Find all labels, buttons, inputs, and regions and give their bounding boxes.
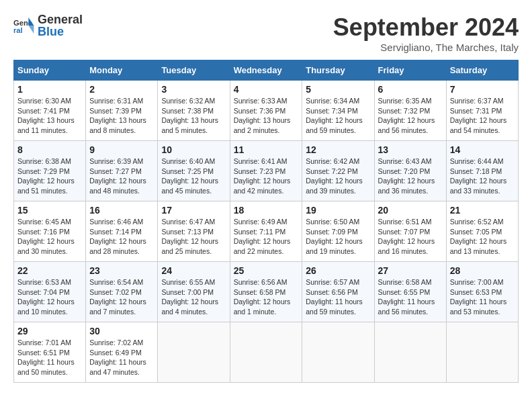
calendar-cell: 28Sunrise: 7:00 AMSunset: 6:53 PMDayligh… xyxy=(446,262,518,322)
calendar-cell xyxy=(158,322,230,383)
calendar-cell: 20Sunrise: 6:51 AMSunset: 7:07 PMDayligh… xyxy=(374,201,446,262)
day-info: Sunrise: 6:45 AMSunset: 7:16 PMDaylight:… xyxy=(17,217,82,257)
day-number: 30 xyxy=(89,326,154,336)
day-info: Sunrise: 6:49 AMSunset: 7:11 PMDaylight:… xyxy=(234,217,299,257)
calendar-cell: 21Sunrise: 6:52 AMSunset: 7:05 PMDayligh… xyxy=(446,201,518,262)
day-number: 17 xyxy=(161,205,226,216)
day-number: 12 xyxy=(306,144,370,155)
day-number: 27 xyxy=(378,265,443,276)
day-header-wednesday: Wednesday xyxy=(230,60,302,81)
day-number: 7 xyxy=(450,84,515,95)
day-info: Sunrise: 6:55 AMSunset: 7:00 PMDaylight:… xyxy=(161,277,226,317)
day-header-saturday: Saturday xyxy=(446,60,518,81)
day-number: 9 xyxy=(89,144,154,155)
day-info: Sunrise: 6:35 AMSunset: 7:32 PMDaylight:… xyxy=(378,96,443,136)
calendar-cell: 11Sunrise: 6:41 AMSunset: 7:23 PMDayligh… xyxy=(230,141,302,201)
day-number: 14 xyxy=(450,144,515,155)
calendar-cell: 6Sunrise: 6:35 AMSunset: 7:32 PMDaylight… xyxy=(374,81,446,141)
day-info: Sunrise: 6:41 AMSunset: 7:23 PMDaylight:… xyxy=(234,156,299,196)
day-number: 18 xyxy=(234,205,299,216)
calendar-cell: 16Sunrise: 6:46 AMSunset: 7:14 PMDayligh… xyxy=(86,201,158,262)
week-row-2: 8Sunrise: 6:38 AMSunset: 7:29 PMDaylight… xyxy=(14,141,519,201)
day-info: Sunrise: 6:57 AMSunset: 6:56 PMDaylight:… xyxy=(306,277,370,317)
day-number: 29 xyxy=(17,326,82,336)
calendar-cell: 15Sunrise: 6:45 AMSunset: 7:16 PMDayligh… xyxy=(14,201,86,262)
page-header: Gene ral General Blue September 2024 Ser… xyxy=(13,13,519,53)
title-block: September 2024 Servigliano, The Marches,… xyxy=(333,13,519,53)
calendar-cell: 12Sunrise: 6:42 AMSunset: 7:22 PMDayligh… xyxy=(302,141,374,201)
calendar-cell: 25Sunrise: 6:56 AMSunset: 6:58 PMDayligh… xyxy=(230,262,302,322)
day-info: Sunrise: 7:02 AMSunset: 6:49 PMDaylight:… xyxy=(89,338,154,377)
day-info: Sunrise: 6:46 AMSunset: 7:14 PMDaylight:… xyxy=(89,217,154,257)
day-number: 10 xyxy=(161,144,226,155)
week-row-1: 1Sunrise: 6:30 AMSunset: 7:41 PMDaylight… xyxy=(14,81,519,141)
calendar-cell: 24Sunrise: 6:55 AMSunset: 7:00 PMDayligh… xyxy=(158,262,230,322)
calendar-cell xyxy=(374,322,446,383)
day-number: 21 xyxy=(450,205,515,216)
calendar-cell xyxy=(230,322,302,383)
day-number: 5 xyxy=(306,84,370,95)
day-number: 23 xyxy=(89,265,154,276)
day-info: Sunrise: 6:47 AMSunset: 7:13 PMDaylight:… xyxy=(161,217,226,257)
day-number: 11 xyxy=(234,144,299,155)
day-number: 6 xyxy=(378,84,443,95)
day-header-friday: Friday xyxy=(374,60,446,81)
week-row-4: 22Sunrise: 6:53 AMSunset: 7:04 PMDayligh… xyxy=(14,262,519,322)
day-header-tuesday: Tuesday xyxy=(158,60,230,81)
day-header-thursday: Thursday xyxy=(302,60,374,81)
day-info: Sunrise: 6:40 AMSunset: 7:25 PMDaylight:… xyxy=(161,156,226,196)
day-info: Sunrise: 6:53 AMSunset: 7:04 PMDaylight:… xyxy=(17,277,82,317)
day-info: Sunrise: 6:37 AMSunset: 7:31 PMDaylight:… xyxy=(450,96,515,136)
subtitle: Servigliano, The Marches, Italy xyxy=(333,42,519,53)
day-info: Sunrise: 6:58 AMSunset: 6:55 PMDaylight:… xyxy=(378,277,443,317)
day-number: 1 xyxy=(17,84,82,95)
calendar-cell: 23Sunrise: 6:54 AMSunset: 7:02 PMDayligh… xyxy=(86,262,158,322)
day-number: 22 xyxy=(17,265,82,276)
day-number: 25 xyxy=(234,265,299,276)
day-number: 2 xyxy=(89,84,154,95)
day-number: 26 xyxy=(306,265,370,276)
calendar-cell: 5Sunrise: 6:34 AMSunset: 7:34 PMDaylight… xyxy=(302,81,374,141)
day-info: Sunrise: 6:52 AMSunset: 7:05 PMDaylight:… xyxy=(450,217,515,257)
day-info: Sunrise: 6:30 AMSunset: 7:41 PMDaylight:… xyxy=(17,96,82,136)
day-info: Sunrise: 6:31 AMSunset: 7:39 PMDaylight:… xyxy=(89,96,154,136)
calendar-cell xyxy=(446,322,518,383)
calendar-cell: 26Sunrise: 6:57 AMSunset: 6:56 PMDayligh… xyxy=(302,262,374,322)
calendar-cell: 4Sunrise: 6:33 AMSunset: 7:36 PMDaylight… xyxy=(230,81,302,141)
svg-text:ral: ral xyxy=(13,26,23,34)
day-number: 4 xyxy=(234,84,299,95)
day-number: 8 xyxy=(17,144,82,155)
day-number: 13 xyxy=(378,144,443,155)
calendar-cell: 10Sunrise: 6:40 AMSunset: 7:25 PMDayligh… xyxy=(158,141,230,201)
calendar-cell: 1Sunrise: 6:30 AMSunset: 7:41 PMDaylight… xyxy=(14,81,86,141)
day-info: Sunrise: 6:43 AMSunset: 7:20 PMDaylight:… xyxy=(378,156,443,196)
calendar-cell: 14Sunrise: 6:44 AMSunset: 7:18 PMDayligh… xyxy=(446,141,518,201)
day-info: Sunrise: 7:01 AMSunset: 6:51 PMDaylight:… xyxy=(17,338,82,377)
day-info: Sunrise: 6:44 AMSunset: 7:18 PMDaylight:… xyxy=(450,156,515,196)
day-info: Sunrise: 7:00 AMSunset: 6:53 PMDaylight:… xyxy=(450,277,515,317)
calendar-table: SundayMondayTuesdayWednesdayThursdayFrid… xyxy=(13,60,519,383)
calendar-cell: 29Sunrise: 7:01 AMSunset: 6:51 PMDayligh… xyxy=(14,322,86,383)
day-number: 28 xyxy=(450,265,515,276)
day-number: 20 xyxy=(378,205,443,216)
calendar-cell: 18Sunrise: 6:49 AMSunset: 7:11 PMDayligh… xyxy=(230,201,302,262)
day-number: 19 xyxy=(306,205,370,216)
day-header-sunday: Sunday xyxy=(14,60,86,81)
day-number: 3 xyxy=(161,84,226,95)
calendar-cell: 30Sunrise: 7:02 AMSunset: 6:49 PMDayligh… xyxy=(86,322,158,383)
logo-icon: Gene ral xyxy=(13,15,35,36)
day-info: Sunrise: 6:42 AMSunset: 7:22 PMDaylight:… xyxy=(306,156,370,196)
day-info: Sunrise: 6:39 AMSunset: 7:27 PMDaylight:… xyxy=(89,156,154,196)
calendar-cell: 2Sunrise: 6:31 AMSunset: 7:39 PMDaylight… xyxy=(86,81,158,141)
calendar-cell: 17Sunrise: 6:47 AMSunset: 7:13 PMDayligh… xyxy=(158,201,230,262)
calendar-cell: 9Sunrise: 6:39 AMSunset: 7:27 PMDaylight… xyxy=(86,141,158,201)
calendar-cell: 8Sunrise: 6:38 AMSunset: 7:29 PMDaylight… xyxy=(14,141,86,201)
day-number: 24 xyxy=(161,265,226,276)
day-info: Sunrise: 6:51 AMSunset: 7:07 PMDaylight:… xyxy=(378,217,443,257)
day-number: 16 xyxy=(89,205,154,216)
day-number: 15 xyxy=(17,205,82,216)
day-info: Sunrise: 6:50 AMSunset: 7:09 PMDaylight:… xyxy=(306,217,370,257)
calendar-cell: 19Sunrise: 6:50 AMSunset: 7:09 PMDayligh… xyxy=(302,201,374,262)
day-info: Sunrise: 6:56 AMSunset: 6:58 PMDaylight:… xyxy=(234,277,299,317)
day-info: Sunrise: 6:32 AMSunset: 7:38 PMDaylight:… xyxy=(161,96,226,136)
